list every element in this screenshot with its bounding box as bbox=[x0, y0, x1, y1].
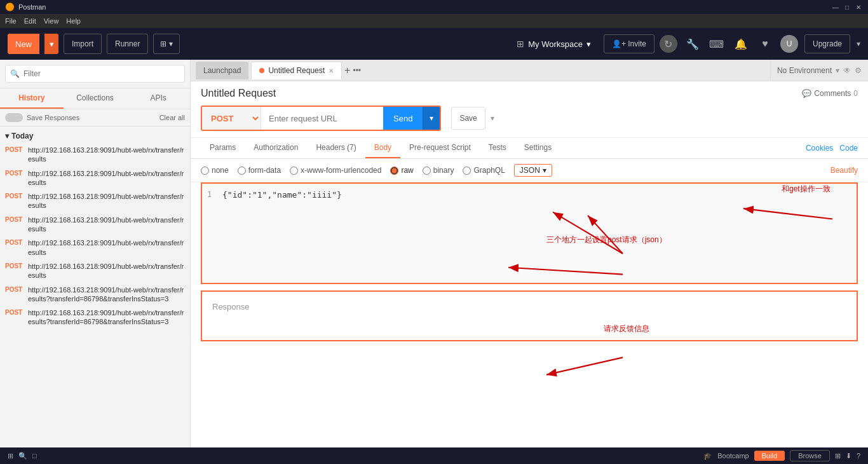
list-item[interactable]: POST http://192.168.163.218:9091/hubt-we… bbox=[0, 236, 190, 259]
menu-file[interactable]: File bbox=[5, 17, 17, 25]
tab-add-button[interactable]: + bbox=[344, 65, 350, 76]
option-form-data[interactable]: form-data bbox=[238, 166, 281, 175]
statusbar-icon-3[interactable]: □ bbox=[32, 452, 37, 460]
tab-more-button[interactable]: ••• bbox=[353, 66, 361, 75]
statusbar-icon-2[interactable]: 🔍 bbox=[18, 452, 27, 460]
url-input[interactable] bbox=[261, 107, 383, 130]
sidebar-tab-collections[interactable]: Collections bbox=[64, 88, 127, 109]
minimize-button[interactable]: — bbox=[831, 3, 840, 11]
statusbar-icon-1[interactable]: ⊞ bbox=[8, 452, 13, 460]
statusbar: ⊞ 🔍 □ 🎓 Bootcamp Build Browse ⊞ ⬇ ? bbox=[0, 447, 868, 464]
maximize-button[interactable]: □ bbox=[843, 3, 851, 11]
chevron-down-icon: ▾ bbox=[5, 132, 9, 140]
menu-view[interactable]: View bbox=[44, 17, 59, 25]
code-editor[interactable]: 1 {"id":"1","name":"iiii"} bbox=[201, 182, 858, 284]
search-input[interactable] bbox=[5, 65, 185, 83]
new-button[interactable]: New bbox=[8, 34, 39, 54]
new-dropdown-button[interactable]: ▾ bbox=[44, 34, 58, 54]
cookies-link[interactable]: Cookies bbox=[806, 144, 833, 153]
heart-button[interactable]: ♥ bbox=[756, 35, 774, 53]
list-item[interactable]: POST http://192.168.163.218:9091/hubt-we… bbox=[0, 189, 190, 213]
json-format-dropdown[interactable]: JSON ▾ bbox=[514, 164, 552, 177]
method-badge: POST bbox=[5, 262, 24, 270]
window-controls[interactable]: — □ ✕ bbox=[831, 3, 863, 11]
history-url: http://192.168.163.218:9091/hubt-web/rx/… bbox=[28, 308, 185, 327]
bootcamp-icon: 🎓 bbox=[703, 452, 712, 460]
tab-authorization[interactable]: Authorization bbox=[245, 138, 307, 158]
beautify-button[interactable]: Beautify bbox=[831, 166, 858, 175]
request-area: Untitled Request 💬 Comments 0 POST GET P… bbox=[191, 81, 868, 138]
option-none[interactable]: none bbox=[201, 166, 229, 175]
send-button[interactable]: Send bbox=[383, 107, 423, 130]
env-eye-icon[interactable]: 👁 bbox=[843, 66, 851, 75]
toggle-switch[interactable] bbox=[5, 113, 23, 122]
url-bar: POST GET PUT DELETE PATCH Send ▾ bbox=[201, 106, 441, 131]
list-item[interactable]: POST http://192.168.163.218:9091/hubt-we… bbox=[0, 143, 190, 167]
content-wrapper: Launchpad Untitled Request ✕ + ••• No En… bbox=[191, 60, 868, 447]
comments-button[interactable]: 💬 Comments 0 bbox=[802, 89, 858, 98]
clear-all-button[interactable]: Clear all bbox=[159, 114, 185, 121]
menu-help[interactable]: Help bbox=[66, 17, 81, 25]
tab-params[interactable]: Params bbox=[201, 138, 245, 158]
option-binary[interactable]: binary bbox=[423, 166, 454, 175]
import-button[interactable]: Import bbox=[64, 34, 102, 54]
environment-selector[interactable]: No Environment ▾ 👁 ⚙ bbox=[770, 60, 868, 81]
tab-untitled-request[interactable]: Untitled Request ✕ bbox=[251, 62, 342, 79]
code-link[interactable]: Code bbox=[839, 144, 858, 153]
option-raw[interactable]: raw bbox=[390, 166, 413, 175]
save-responses-toggle[interactable]: Save Responses bbox=[5, 113, 79, 122]
history-url: http://192.168.163.218:9091/hubt-web/rx/… bbox=[28, 169, 185, 188]
save-dropdown-icon[interactable]: ▾ bbox=[491, 114, 494, 123]
tab-body[interactable]: Body bbox=[365, 138, 400, 158]
upgrade-dropdown[interactable]: ▾ bbox=[857, 39, 860, 48]
option-graphql[interactable]: GraphQL bbox=[463, 166, 505, 175]
method-badge: POST bbox=[5, 215, 24, 223]
app-icon: 🟠 bbox=[5, 3, 15, 11]
upgrade-button[interactable]: Upgrade bbox=[804, 34, 850, 53]
tab-headers[interactable]: Headers (7) bbox=[307, 138, 365, 158]
save-button[interactable]: Save bbox=[451, 107, 485, 130]
list-item[interactable]: POST http://192.168.163.218:9091/hubt-we… bbox=[0, 167, 190, 190]
keyboard-button[interactable]: ⌨ bbox=[708, 35, 726, 53]
build-button[interactable]: Build bbox=[754, 451, 785, 461]
env-label: No Environment bbox=[777, 66, 832, 75]
tab-tests[interactable]: Tests bbox=[480, 138, 515, 158]
json-format-chevron: ▾ bbox=[543, 166, 546, 175]
browse-button[interactable]: Browse bbox=[790, 450, 830, 461]
tab-pre-request[interactable]: Pre-request Script bbox=[400, 138, 480, 158]
sidebar-options: Save Responses Clear all bbox=[0, 109, 190, 126]
send-dropdown-button[interactable]: ▾ bbox=[423, 107, 440, 130]
comments-count: 0 bbox=[853, 89, 858, 98]
method-select[interactable]: POST GET PUT DELETE PATCH bbox=[202, 107, 261, 130]
menubar: File Edit View Help bbox=[0, 14, 868, 28]
env-settings-icon[interactable]: ⚙ bbox=[855, 66, 862, 75]
download-icon[interactable]: ⬇ bbox=[846, 452, 851, 460]
tab-settings[interactable]: Settings bbox=[515, 138, 560, 158]
tab-close-icon[interactable]: ✕ bbox=[329, 67, 334, 74]
runner-button[interactable]: Runner bbox=[107, 34, 148, 54]
help-icon[interactable]: ? bbox=[857, 452, 860, 460]
layout-icon[interactable]: ⊞ bbox=[835, 452, 841, 460]
history-section-title: ▾ Today bbox=[0, 126, 190, 143]
sidebar-tab-apis[interactable]: APIs bbox=[126, 88, 190, 109]
invite-button[interactable]: 👤+ Invite bbox=[604, 34, 654, 53]
body-options: none form-data x-www-form-urlencoded raw… bbox=[191, 159, 868, 182]
notification-button[interactable]: 🔔 bbox=[732, 35, 750, 53]
tab-launchpad[interactable]: Launchpad bbox=[196, 62, 248, 79]
settings-button[interactable]: 🔧 bbox=[684, 35, 702, 53]
menu-edit[interactable]: Edit bbox=[24, 17, 36, 25]
list-item[interactable]: POST http://192.168.163.218:9091/hubt-we… bbox=[0, 259, 190, 283]
comments-icon: 💬 bbox=[802, 89, 811, 98]
avatar[interactable]: U bbox=[780, 35, 798, 53]
workspace-selector[interactable]: ⊞ My Workspace ▾ bbox=[517, 39, 591, 49]
bootcamp-label[interactable]: Bootcamp bbox=[717, 452, 749, 460]
sync-button[interactable]: ↻ bbox=[660, 35, 677, 53]
code-content[interactable]: {"id":"1","name":"iiii"} bbox=[222, 189, 851, 202]
list-item[interactable]: POST http://192.168.163.218:9091/hubt-we… bbox=[0, 283, 190, 306]
list-item[interactable]: POST http://192.168.163.218:9091/hubt-we… bbox=[0, 306, 190, 329]
list-item[interactable]: POST http://192.168.163.218:9091/hubt-we… bbox=[0, 213, 190, 236]
option-urlencoded[interactable]: x-www-form-urlencoded bbox=[290, 166, 381, 175]
layout-button[interactable]: ⊞ ▾ bbox=[153, 34, 179, 54]
close-button[interactable]: ✕ bbox=[854, 3, 863, 11]
sidebar-tab-history[interactable]: History bbox=[0, 88, 64, 109]
